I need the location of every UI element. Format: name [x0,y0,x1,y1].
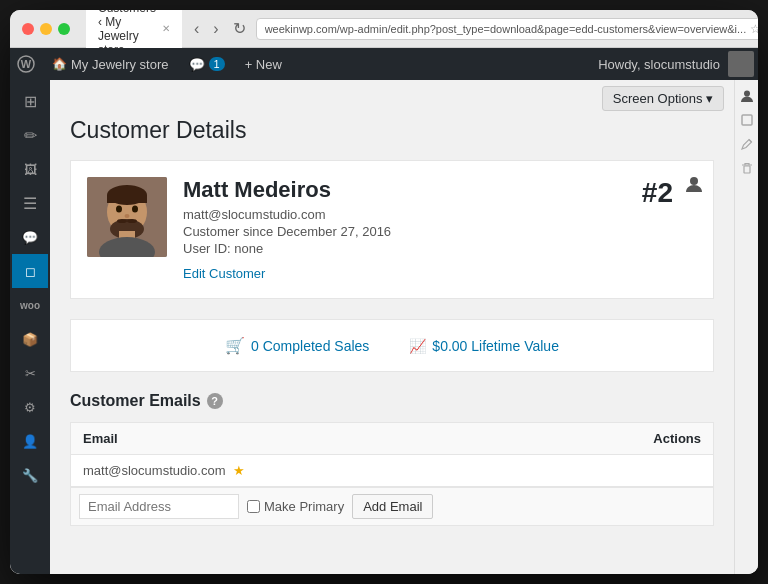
add-email-row: Make Primary Add Email [71,487,714,526]
home-icon: 🏠 [52,57,67,71]
add-email-form: Make Primary Add Email [71,487,713,525]
col-actions-header: Actions [534,423,713,455]
sidebar-icon-edd[interactable]: ◻ [12,254,48,288]
admin-bar-new[interactable]: + New [235,48,292,80]
email-table: Email Actions matt@slocumstudio.com ★ [70,422,714,526]
wp-main: ⊞ ✏ 🖼 ☰ 💬 ◻ woo 📦 ✂ ⚙ 👤 🔧 Screen Options… [10,80,758,574]
screen-options-button[interactable]: Screen Options ▾ [602,86,724,111]
maximize-button[interactable] [58,23,70,35]
svg-point-15 [744,91,750,97]
actions-cell [534,455,713,487]
svg-point-11 [127,219,137,223]
lifetime-value-link[interactable]: 📈 $0.00 Lifetime Value [409,338,559,354]
sidebar-icon-woo[interactable]: woo [12,288,48,322]
make-primary-checkbox[interactable] [247,500,260,513]
admin-avatar[interactable] [728,51,754,77]
customer-avatar [87,177,167,257]
customer-since: Customer since December 27, 2016 [183,224,697,239]
sidebar-icon-comments[interactable]: 💬 [12,220,48,254]
primary-star-icon: ★ [233,463,245,478]
sidebar-icon-custom[interactable]: 🔧 [12,458,48,492]
col-email-header: Email [71,423,535,455]
customer-user-icon [685,175,703,198]
svg-point-9 [125,214,130,218]
make-primary-label: Make Primary [247,499,344,514]
make-primary-text: Make Primary [264,499,344,514]
star-icon[interactable]: ☆ [750,22,758,36]
admin-bar-home[interactable]: 🏠 My Jewelry store [42,48,179,80]
svg-rect-17 [744,166,750,173]
panel-delete-icon[interactable] [737,158,757,178]
sidebar-icon-media[interactable]: 🖼 [12,152,48,186]
browser-window: Customers ‹ My Jewelry store ✕ ‹ › ↻ wee… [10,10,758,574]
page-title: Customer Details [70,117,714,144]
admin-bar-right: Howdy, slocumstudio [590,51,758,77]
emails-section-title: Customer Emails ? [70,392,714,410]
email-address-input[interactable] [79,494,239,519]
wp-content: Screen Options ▾ Customer Details [50,80,734,574]
admin-bar-comments[interactable]: 💬 1 [179,48,235,80]
customer-card: Matt Medeiros matt@slocumstudio.com Cust… [70,160,714,299]
customer-info: Matt Medeiros matt@slocumstudio.com Cust… [183,177,697,282]
svg-rect-5 [107,195,147,203]
forward-button[interactable]: › [209,18,222,40]
traffic-lights [22,23,70,35]
emails-title-text: Customer Emails [70,392,201,410]
tab-close-icon[interactable]: ✕ [162,23,170,34]
comment-count: 1 [209,57,225,71]
wp-sidebar: ⊞ ✏ 🖼 ☰ 💬 ◻ woo 📦 ✂ ⚙ 👤 🔧 [10,80,50,574]
browser-controls: ‹ › ↻ weekinwp.com/wp-admin/edit.php?pos… [190,17,758,40]
wp-admin-bar: W 🏠 My Jewelry store 💬 1 + New Howdy, sl… [10,48,758,80]
wp-right-panel [734,80,758,574]
table-row: matt@slocumstudio.com ★ [71,455,714,487]
sidebar-icon-products[interactable]: 📦 [12,322,48,356]
chart-icon: 📈 [409,338,426,354]
stats-row: 🛒 0 Completed Sales 📈 $0.00 Lifetime Val… [70,319,714,372]
svg-point-8 [132,206,138,213]
comment-icon: 💬 [189,57,205,72]
completed-sales-link[interactable]: 🛒 0 Completed Sales [225,336,369,355]
add-email-button[interactable]: Add Email [352,494,433,519]
panel-pencil-icon[interactable] [737,134,757,154]
new-label: + New [245,57,282,72]
page-content: Customer Details [50,117,734,546]
customer-email: matt@slocumstudio.com [183,207,697,222]
svg-point-7 [116,206,122,213]
customer-number: #2 [642,177,673,209]
sidebar-icon-dashboard[interactable]: ⊞ [12,84,48,118]
site-name: My Jewelry store [71,57,169,72]
value-label: $0.00 Lifetime Value [432,338,559,354]
close-button[interactable] [22,23,34,35]
help-icon[interactable]: ? [207,393,223,409]
back-button[interactable]: ‹ [190,18,203,40]
screen-options-bar: Screen Options ▾ [50,80,734,117]
howdy-text: Howdy, slocumstudio [590,57,728,72]
sales-label: 0 Completed Sales [251,338,369,354]
wp-logo-icon[interactable]: W [10,48,42,80]
panel-user-icon[interactable] [737,86,757,106]
sidebar-icon-tools[interactable]: ✂ [12,356,48,390]
minimize-button[interactable] [40,23,52,35]
refresh-button[interactable]: ↻ [229,17,250,40]
sidebar-icon-posts[interactable]: ✏ [12,118,48,152]
sidebar-icon-users[interactable]: 👤 [12,424,48,458]
cart-icon: 🛒 [225,336,245,355]
address-bar[interactable]: weekinwp.com/wp-admin/edit.php?post_type… [256,18,758,40]
svg-point-14 [690,177,698,185]
edit-customer-link[interactable]: Edit Customer [183,266,265,281]
svg-text:W: W [21,58,32,70]
table-header-row: Email Actions [71,423,714,455]
svg-point-10 [117,219,127,223]
sidebar-icon-pages[interactable]: ☰ [12,186,48,220]
customer-userid: User ID: none [183,241,697,256]
sidebar-icon-settings[interactable]: ⚙ [12,390,48,424]
url-text: weekinwp.com/wp-admin/edit.php?post_type… [265,23,747,35]
panel-edit-icon[interactable] [737,110,757,130]
email-value: matt@slocumstudio.com [83,463,226,478]
customer-name: Matt Medeiros [183,177,697,203]
email-cell: matt@slocumstudio.com ★ [71,455,535,487]
browser-titlebar: Customers ‹ My Jewelry store ✕ ‹ › ↻ wee… [10,10,758,48]
svg-rect-16 [742,115,752,125]
